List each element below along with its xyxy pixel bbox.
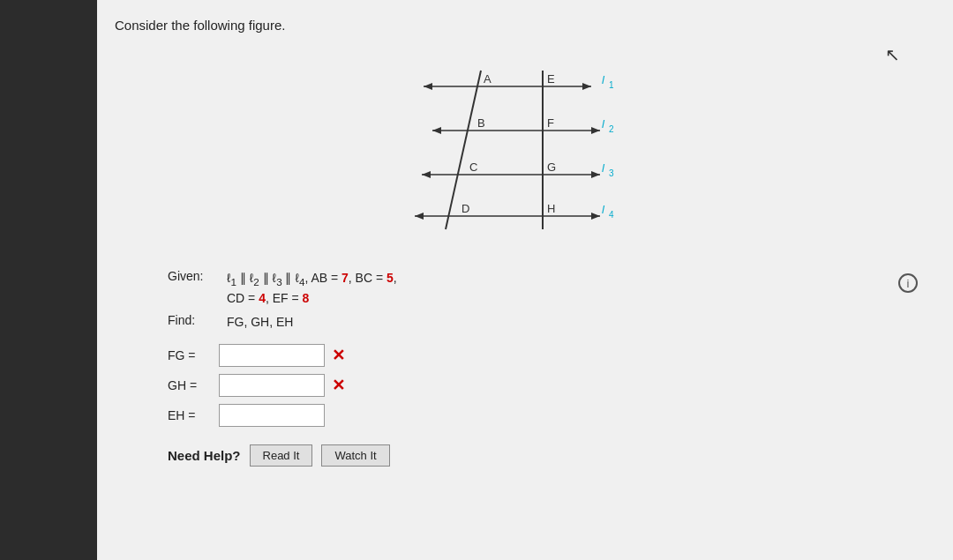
svg-text:B: B — [477, 116, 485, 130]
fg-input[interactable] — [219, 344, 325, 367]
gh-row: GH = ✕ — [168, 374, 927, 397]
given-line1: ℓ1 ∥ ℓ2 ∥ ℓ3 ∥ ℓ4, AB = 7, BC = 5, — [227, 269, 397, 289]
info-icon[interactable]: i — [898, 273, 918, 293]
fg-label: FG = — [168, 348, 212, 362]
svg-marker-7 — [591, 127, 600, 134]
cursor-arrow: ↖ — [885, 44, 900, 65]
main-content: Consider the following figure. — [97, 0, 953, 560]
svg-marker-3 — [424, 83, 432, 90]
svg-marker-9 — [422, 171, 431, 178]
svg-text:G: G — [547, 161, 556, 174]
svg-text:C: C — [469, 161, 477, 174]
find-content: FG, GH, EH — [227, 313, 293, 332]
svg-text:D: D — [461, 202, 469, 215]
left-sidebar — [0, 0, 97, 560]
given-line2: CD = 4, EF = 8 — [227, 289, 397, 308]
eh-input[interactable] — [219, 404, 325, 427]
instruction-text: Consider the following figure. — [115, 18, 927, 33]
fg-row: FG = ✕ — [168, 344, 927, 367]
eh-label: EH = — [168, 408, 212, 422]
svg-marker-12 — [415, 213, 424, 220]
need-help-label: Need Help? — [168, 448, 241, 463]
svg-text:l: l — [602, 203, 605, 216]
need-help-section: Need Help? Read It Watch It — [168, 444, 927, 467]
svg-text:4: 4 — [609, 210, 614, 220]
svg-text:l: l — [602, 117, 605, 131]
svg-text:1: 1 — [609, 80, 614, 90]
svg-marker-6 — [432, 127, 441, 134]
svg-text:l: l — [602, 73, 605, 86]
svg-text:E: E — [547, 72, 555, 86]
svg-marker-10 — [591, 171, 600, 178]
gh-label: GH = — [168, 378, 212, 392]
svg-text:2: 2 — [609, 124, 614, 134]
given-label: Given: — [168, 269, 216, 283]
svg-text:A: A — [484, 72, 492, 86]
find-label: Find: — [168, 313, 216, 327]
given-find-table: Given: ℓ1 ∥ ℓ2 ∥ ℓ3 ∥ ℓ4, AB = 7, BC = 5… — [168, 269, 927, 332]
find-row: Find: FG, GH, EH — [168, 313, 927, 332]
fg-x-mark: ✕ — [332, 346, 345, 365]
given-content: ℓ1 ∥ ℓ2 ∥ ℓ3 ∥ ℓ4, AB = 7, BC = 5, CD = … — [227, 269, 397, 308]
svg-text:3: 3 — [609, 168, 614, 178]
svg-text:l: l — [602, 161, 605, 175]
read-it-button[interactable]: Read It — [250, 444, 313, 467]
given-row: Given: ℓ1 ∥ ℓ2 ∥ ℓ3 ∥ ℓ4, AB = 7, BC = 5… — [168, 269, 927, 308]
svg-marker-13 — [591, 213, 600, 220]
watch-it-button[interactable]: Watch It — [321, 444, 389, 467]
svg-marker-4 — [582, 83, 591, 90]
geometry-figure: A B C D E F G H l 1 l 2 l 3 l — [353, 49, 688, 260]
gh-x-mark: ✕ — [332, 376, 345, 395]
gh-input[interactable] — [219, 374, 325, 397]
svg-text:F: F — [547, 116, 554, 130]
problem-section: Given: ℓ1 ∥ ℓ2 ∥ ℓ3 ∥ ℓ4, AB = 7, BC = 5… — [168, 269, 927, 467]
eh-row: EH = — [168, 404, 927, 427]
figure-container: A B C D E F G H l 1 l 2 l 3 l — [115, 49, 927, 260]
svg-text:H: H — [547, 202, 555, 215]
inputs-section: FG = ✕ GH = ✕ EH = — [168, 344, 927, 427]
